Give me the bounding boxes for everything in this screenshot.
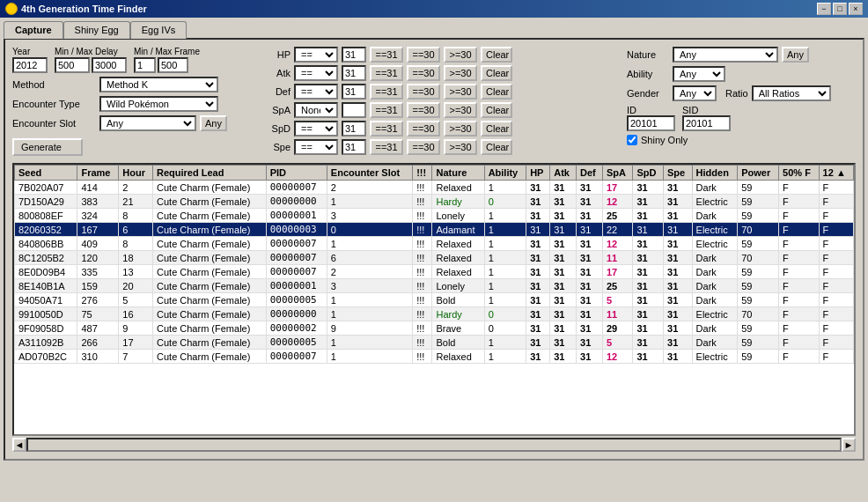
iv-val-input-atk[interactable] [342,65,366,81]
iv-val-input-spa[interactable] [342,102,366,118]
table-row[interactable]: 94050A712765Cute Charm (Female)000000051… [15,293,854,307]
nature-select[interactable]: Any [673,47,778,63]
iv-eq31-btn-spe[interactable]: ==31 [370,139,403,155]
col-header-spd[interactable]: SpD [633,166,664,181]
col-header-hidden[interactable]: Hidden [692,166,738,181]
min-delay-input[interactable] [55,57,90,73]
iv-eq31-btn-hp[interactable]: ==31 [370,47,403,63]
scroll-right-button[interactable]: ► [842,438,856,452]
iv-label-spe: Spe [266,142,291,152]
iv-eq30-btn-spa[interactable]: ==30 [407,102,440,118]
sid-input[interactable] [682,115,731,131]
col-header-12--[interactable]: 12 ▲ [819,166,853,181]
close-button[interactable]: × [849,3,863,15]
max-delay-input[interactable] [92,57,127,73]
col-header-spa[interactable]: SpA [602,166,633,181]
table-row[interactable]: 9F09058D4879Cute Charm (Female)000000029… [15,321,854,336]
col-header-nature[interactable]: Nature [432,166,484,181]
iv-eq31-btn-spa[interactable]: ==31 [370,102,403,118]
table-row[interactable]: 800808EF3248Cute Charm (Female)000000013… [15,209,854,223]
max-frame-input[interactable] [158,57,188,73]
table-row[interactable]: 820603521676Cute Charm (Female)000000030… [15,223,854,237]
iv-ge30-btn-hp[interactable]: >=30 [444,47,477,63]
ratio-select[interactable]: All Ratios [752,85,831,101]
ability-select[interactable]: Any01 [673,66,725,82]
cell-lead: Cute Charm (Female) [153,350,267,364]
iv-op-select-spd[interactable]: ==>=<=!=None [294,121,338,137]
maximize-button[interactable]: □ [833,3,847,15]
iv-clear-btn-hp[interactable]: Clear [481,47,512,63]
app-icon [5,3,18,15]
encounter-any-button[interactable]: Any [200,115,227,131]
encounter-slot-select[interactable]: Any01234567891011 [99,115,196,131]
col-header-required-lead[interactable]: Required Lead [153,166,267,181]
col-header-50--f[interactable]: 50% F [779,166,820,181]
col-header-ability[interactable]: Ability [484,166,526,181]
iv-ge30-btn-atk[interactable]: >=30 [444,65,477,81]
iv-val-input-hp[interactable] [342,47,366,63]
col-header-def[interactable]: Def [577,166,603,181]
iv-ge30-btn-spd[interactable]: >=30 [444,121,477,137]
table-row[interactable]: AD070B2C3107Cute Charm (Female)000000071… [15,350,854,364]
iv-eq31-btn-def[interactable]: ==31 [370,84,403,100]
iv-ge30-btn-spe[interactable]: >=30 [444,139,477,155]
shiny-only-checkbox[interactable] [627,135,637,145]
iv-eq31-btn-spd[interactable]: ==31 [370,121,403,137]
iv-op-select-hp[interactable]: ==>=<=!=None [294,47,338,63]
iv-eq30-btn-spd[interactable]: ==30 [407,121,440,137]
col-header----[interactable]: !!! [413,166,432,181]
min-frame-input[interactable] [134,57,156,73]
generate-button[interactable]: Generate [12,138,83,156]
iv-ge30-btn-def[interactable]: >=30 [444,84,477,100]
iv-eq30-btn-def[interactable]: ==30 [407,84,440,100]
table-row[interactable]: 8C1205B212018Cute Charm (Female)00000007… [15,251,854,265]
iv-clear-btn-def[interactable]: Clear [481,84,512,100]
iv-val-input-def[interactable] [342,84,366,100]
table-row[interactable]: 7D150A2938321Cute Charm (Female)00000000… [15,195,854,209]
iv-op-select-def[interactable]: ==>=<=!=None [294,84,338,100]
table-row[interactable]: 9910050D7516Cute Charm (Female)000000001… [15,307,854,321]
iv-eq30-btn-hp[interactable]: ==30 [407,47,440,63]
iv-clear-btn-spe[interactable]: Clear [481,139,512,155]
table-row[interactable]: 8E140B1A15920Cute Charm (Female)00000001… [15,279,854,293]
tab-capture[interactable]: Capture [4,21,63,39]
iv-val-input-spd[interactable] [342,121,366,137]
col-header-hour[interactable]: Hour [119,166,153,181]
iv-clear-btn-atk[interactable]: Clear [481,65,512,81]
method-select[interactable]: Method KMethod JMethod H [99,77,218,92]
id-input[interactable] [627,115,675,131]
table-row[interactable]: A311092B26617Cute Charm (Female)00000005… [15,336,854,350]
iv-op-select-spe[interactable]: ==>=<=!=None [294,139,338,155]
scroll-left-button[interactable]: ◄ [12,438,26,452]
encounter-type-select[interactable]: Wild PokémonStationaryEgg [99,96,218,112]
col-header-spe[interactable]: Spe [664,166,693,181]
iv-eq31-btn-atk[interactable]: ==31 [370,65,403,81]
table-row[interactable]: 7B020A074142Cute Charm (Female)000000072… [15,181,854,195]
col-header-frame[interactable]: Frame [77,166,119,181]
horizontal-scrollbar[interactable] [26,438,842,452]
col-header-power[interactable]: Power [738,166,779,181]
col-header-encounter-slot[interactable]: Encounter Slot [327,166,412,181]
iv-eq30-btn-atk[interactable]: ==30 [407,65,440,81]
iv-op-select-atk[interactable]: ==>=<=!=None [294,65,338,81]
iv-val-input-spe[interactable] [342,139,366,155]
nature-any-button[interactable]: Any [782,47,809,63]
cell-seed: A311092B [15,336,77,350]
col-header-atk[interactable]: Atk [550,166,577,181]
gender-select[interactable]: AnyMaleFemale [673,85,717,101]
minimize-button[interactable]: − [817,3,831,15]
year-input[interactable] [12,57,48,73]
iv-op-select-spa[interactable]: ==>=<=!=None [294,102,338,118]
iv-clear-btn-spd[interactable]: Clear [481,121,512,137]
results-table-container[interactable]: SeedFrameHourRequired LeadPIDEncounter S… [12,163,856,436]
table-row[interactable]: 840806BB4098Cute Charm (Female)000000071… [15,237,854,251]
tab-egg-ivs[interactable]: Egg IVs [130,21,188,39]
col-header-pid[interactable]: PID [266,166,327,181]
iv-ge30-btn-spa[interactable]: >=30 [444,102,477,118]
col-header-hp[interactable]: HP [526,166,550,181]
iv-eq30-btn-spe[interactable]: ==30 [407,139,440,155]
tab-shiny-egg[interactable]: Shiny Egg [63,21,130,39]
col-header-seed[interactable]: Seed [15,166,77,181]
table-row[interactable]: 8E0D09B433513Cute Charm (Female)00000007… [15,265,854,279]
iv-clear-btn-spa[interactable]: Clear [481,102,512,118]
